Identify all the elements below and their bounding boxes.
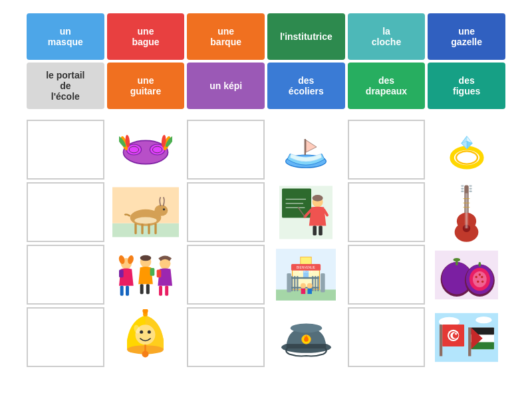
word-tile-cloche[interactable]: la cloche <box>348 13 426 60</box>
svg-rect-46 <box>469 188 472 189</box>
svg-point-14 <box>456 151 477 164</box>
match-cell-r3-c0[interactable] <box>27 307 104 367</box>
svg-rect-26 <box>154 223 156 235</box>
svg-rect-68 <box>150 268 155 276</box>
word-tile-kepi[interactable]: un képi <box>187 63 265 109</box>
svg-rect-128 <box>440 325 442 356</box>
svg-rect-98 <box>456 261 458 265</box>
match-cell-r1-c4[interactable] <box>348 182 426 242</box>
svg-rect-81 <box>287 273 292 293</box>
svg-point-35 <box>313 195 323 201</box>
svg-rect-121 <box>287 344 327 348</box>
word-tile-figues[interactable]: des figues <box>428 63 505 109</box>
svg-point-117 <box>148 330 151 333</box>
svg-point-93 <box>307 283 313 289</box>
svg-point-108 <box>479 273 481 275</box>
match-cell-r0-c2[interactable] <box>187 120 265 180</box>
svg-rect-71 <box>165 286 168 296</box>
match-cell-r1-c1[interactable] <box>107 182 185 242</box>
svg-text:À L'ÉCOLE: À L'ÉCOLE <box>299 270 313 273</box>
word-tile-ecoliers[interactable]: des écoliers <box>267 63 345 109</box>
word-tile-masque[interactable]: un masque <box>27 13 104 60</box>
match-cell-r0-c0[interactable] <box>27 120 104 180</box>
svg-rect-109 <box>479 262 481 267</box>
svg-rect-47 <box>469 191 472 192</box>
svg-rect-59 <box>120 286 124 296</box>
match-cell-r1-c0[interactable] <box>27 182 104 242</box>
svg-rect-92 <box>301 289 306 294</box>
match-grid: BIENVENUE À L'ÉCOLE <box>27 120 505 367</box>
word-tile-barque[interactable]: une barque <box>187 13 265 60</box>
svg-text:BIENVENUE: BIENVENUE <box>297 266 316 269</box>
match-cell-r3-c1[interactable] <box>107 307 185 367</box>
svg-rect-89 <box>291 277 319 279</box>
svg-point-105 <box>481 275 483 277</box>
svg-point-120 <box>291 324 323 333</box>
svg-point-28 <box>134 217 156 224</box>
svg-point-99 <box>454 258 460 261</box>
match-cell-r0-c3[interactable] <box>267 120 345 180</box>
svg-rect-43 <box>462 188 464 189</box>
match-cell-r0-c4[interactable] <box>348 120 426 180</box>
svg-point-107 <box>481 280 483 282</box>
match-cell-r3-c2[interactable] <box>187 307 265 367</box>
main-container: un masqueune bagueune barquel'institutri… <box>0 0 532 380</box>
svg-rect-70 <box>159 286 162 296</box>
match-cell-r3-c5[interactable] <box>428 307 505 367</box>
match-cell-r2-c4[interactable] <box>348 245 426 305</box>
word-grid: un masqueune bagueune barquel'institutri… <box>27 13 505 109</box>
match-cell-r3-c4[interactable] <box>348 307 426 367</box>
word-tile-bague[interactable]: une bague <box>107 13 185 60</box>
svg-rect-72 <box>157 270 162 278</box>
svg-point-124 <box>304 337 309 342</box>
svg-point-127 <box>475 316 491 323</box>
match-cell-r2-c3[interactable]: BIENVENUE À L'ÉCOLE <box>267 245 345 305</box>
svg-rect-82 <box>321 273 325 293</box>
svg-rect-66 <box>146 284 150 294</box>
match-cell-r2-c2[interactable] <box>187 245 265 305</box>
svg-point-91 <box>301 283 306 289</box>
match-cell-r2-c1[interactable] <box>107 245 185 305</box>
svg-point-67 <box>140 255 152 261</box>
svg-rect-60 <box>126 286 129 296</box>
svg-rect-44 <box>462 191 464 192</box>
match-cell-r2-c5[interactable] <box>428 245 505 305</box>
svg-rect-23 <box>134 223 136 235</box>
match-cell-r1-c2[interactable] <box>187 182 265 242</box>
svg-point-104 <box>475 275 477 277</box>
svg-rect-39 <box>313 225 317 235</box>
match-cell-r3-c3[interactable] <box>267 307 345 367</box>
svg-rect-63 <box>119 270 124 278</box>
svg-point-106 <box>477 280 479 282</box>
svg-rect-42 <box>462 185 464 186</box>
svg-rect-94 <box>308 289 313 294</box>
svg-rect-135 <box>468 327 471 356</box>
svg-rect-74 <box>276 290 336 301</box>
svg-rect-24 <box>141 223 143 235</box>
svg-point-27 <box>163 208 165 210</box>
word-tile-drapeaux[interactable]: des drapeaux <box>348 63 426 109</box>
svg-point-114 <box>142 350 149 357</box>
word-tile-guitare[interactable]: une guitare <box>107 63 185 109</box>
svg-rect-45 <box>469 185 472 186</box>
match-cell-r1-c3[interactable] <box>267 182 345 242</box>
match-cell-r2-c0[interactable] <box>27 245 104 305</box>
svg-rect-40 <box>319 225 323 235</box>
svg-point-116 <box>140 330 144 333</box>
match-cell-r1-c5[interactable] <box>428 182 505 242</box>
word-tile-institutrice[interactable]: l'institutrice <box>267 13 345 60</box>
word-tile-portail[interactable]: le portail de l'école <box>27 63 104 109</box>
match-cell-r0-c1[interactable] <box>107 120 185 180</box>
svg-rect-25 <box>148 223 150 235</box>
word-tile-gazelle[interactable]: une gazelle <box>428 13 505 60</box>
svg-rect-65 <box>140 284 144 294</box>
match-cell-r0-c5[interactable] <box>428 120 505 180</box>
